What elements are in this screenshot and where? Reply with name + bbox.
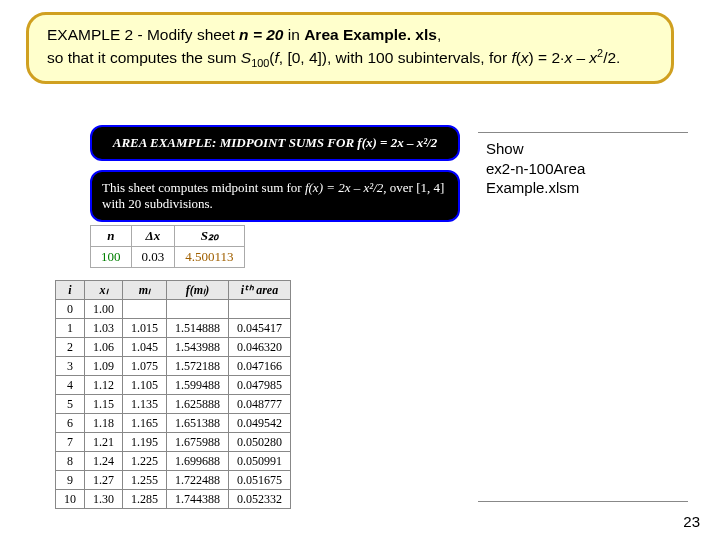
txt: – [572, 49, 589, 66]
side-note: Show ex2-n-100Area Example.xlsm [478, 132, 688, 502]
table-cell: 1.24 [85, 452, 123, 471]
table-cell: 6 [56, 414, 85, 433]
table-cell: 0.052332 [229, 490, 291, 509]
table-cell: 1.675988 [167, 433, 229, 452]
table-cell: 1.285 [123, 490, 167, 509]
desc-a: This sheet computes midpoint sum for [102, 180, 305, 195]
table-cell: 1.045 [123, 338, 167, 357]
txt: ) = 2· [529, 49, 565, 66]
table-cell [167, 300, 229, 319]
table-cell: 7 [56, 433, 85, 452]
table-row: 01.00 [56, 300, 291, 319]
table-cell: 1.599488 [167, 376, 229, 395]
txt: , [437, 26, 441, 43]
table-cell: 0.051675 [229, 471, 291, 490]
table-cell: 1.21 [85, 433, 123, 452]
table-row: 11.031.0151.5148880.045417 [56, 319, 291, 338]
table-cell: 1.225 [123, 452, 167, 471]
table-cell: 1.165 [123, 414, 167, 433]
table-cell: 1.18 [85, 414, 123, 433]
table-cell: 4 [56, 376, 85, 395]
table-cell: 1.572188 [167, 357, 229, 376]
x2: x [564, 49, 572, 66]
table-cell: 9 [56, 471, 85, 490]
table-cell: 0.049542 [229, 414, 291, 433]
side-line2: ex2-n-100Area Example.xlsm [486, 159, 680, 198]
table-cell: 1.255 [123, 471, 167, 490]
desc-b: f(x) = 2x – x²/2 [305, 180, 383, 195]
file-name: Area Example. xls [304, 26, 437, 43]
table-cell [123, 300, 167, 319]
title-text: AREA EXAMPLE: MIDPOINT SUMS FOR f(x) = 2… [113, 135, 437, 150]
x3: x [589, 49, 597, 66]
table-cell: 0.045417 [229, 319, 291, 338]
side-line1: Show [486, 139, 680, 159]
table-cell: 1.09 [85, 357, 123, 376]
summary-table: n Δx S₂₀ 100 0.03 4.500113 [90, 225, 245, 268]
x: x [521, 49, 529, 66]
hdr-dx: Δx [131, 226, 175, 247]
table-row: 81.241.2251.6996880.050991 [56, 452, 291, 471]
example-text: EXAMPLE 2 - Modify sheet n = 20 in Area … [47, 25, 653, 71]
table-cell: 2 [56, 338, 85, 357]
table-cell: 1.015 [123, 319, 167, 338]
table-cell: 3 [56, 357, 85, 376]
hdr-s20: S₂₀ [175, 226, 244, 247]
table-cell: 0.050991 [229, 452, 291, 471]
table-cell: 5 [56, 395, 85, 414]
summary-data-row: 100 0.03 4.500113 [91, 247, 245, 268]
table-cell: 1.543988 [167, 338, 229, 357]
table-cell: 1.00 [85, 300, 123, 319]
data-header-row: i xᵢ mᵢ f(mᵢ) iᵗʰ area [56, 281, 291, 300]
val-dx: 0.03 [131, 247, 175, 268]
table-cell: 0.047166 [229, 357, 291, 376]
table-cell: 1.722488 [167, 471, 229, 490]
hdr-mi: mᵢ [123, 281, 167, 300]
page-number: 23 [683, 513, 700, 530]
table-cell: 0.047985 [229, 376, 291, 395]
table-cell: 1.625888 [167, 395, 229, 414]
table-cell: 0.048777 [229, 395, 291, 414]
table-cell: 1.514888 [167, 319, 229, 338]
hdr-fmi: f(mᵢ) [167, 281, 229, 300]
table-cell: 1.06 [85, 338, 123, 357]
table-cell: 1.105 [123, 376, 167, 395]
table-cell: 1.03 [85, 319, 123, 338]
hdr-xi: xᵢ [85, 281, 123, 300]
data-table: i xᵢ mᵢ f(mᵢ) iᵗʰ area 01.0011.031.0151.… [55, 280, 291, 509]
table-cell: 1 [56, 319, 85, 338]
table-cell: 1.135 [123, 395, 167, 414]
table-cell: 1.15 [85, 395, 123, 414]
table-cell: 1.30 [85, 490, 123, 509]
sheet-name: n = 20 [239, 26, 283, 43]
sub100: 100 [251, 57, 269, 69]
hdr-area: iᵗʰ area [229, 281, 291, 300]
table-row: 61.181.1651.6513880.049542 [56, 414, 291, 433]
txt: so that it computes the sum [47, 49, 241, 66]
desc-box: This sheet computes midpoint sum for f(x… [90, 170, 460, 222]
ex-label: EXAMPLE 2 - Modify sheet [47, 26, 239, 43]
table-row: 91.271.2551.7224880.051675 [56, 471, 291, 490]
table-cell: 1.195 [123, 433, 167, 452]
table-cell: 0.046320 [229, 338, 291, 357]
table-cell: 1.12 [85, 376, 123, 395]
table-cell: 10 [56, 490, 85, 509]
hdr-i: i [56, 281, 85, 300]
txt: , [0, 4]), with 100 subintervals, for [279, 49, 512, 66]
table-row: 31.091.0751.5721880.047166 [56, 357, 291, 376]
title-box: AREA EXAMPLE: MIDPOINT SUMS FOR f(x) = 2… [90, 125, 460, 161]
table-row: 51.151.1351.6258880.048777 [56, 395, 291, 414]
table-cell: 0.050280 [229, 433, 291, 452]
hdr-n: n [91, 226, 132, 247]
table-cell: 0 [56, 300, 85, 319]
table-row: 71.211.1951.6759880.050280 [56, 433, 291, 452]
val-s20: 4.500113 [175, 247, 244, 268]
example-box: EXAMPLE 2 - Modify sheet n = 20 in Area … [26, 12, 674, 84]
table-cell: 1.075 [123, 357, 167, 376]
txt: in [283, 26, 304, 43]
txt: /2. [603, 49, 620, 66]
table-cell: 8 [56, 452, 85, 471]
table-cell: 1.699688 [167, 452, 229, 471]
table-cell: 1.651388 [167, 414, 229, 433]
table-cell: 1.27 [85, 471, 123, 490]
